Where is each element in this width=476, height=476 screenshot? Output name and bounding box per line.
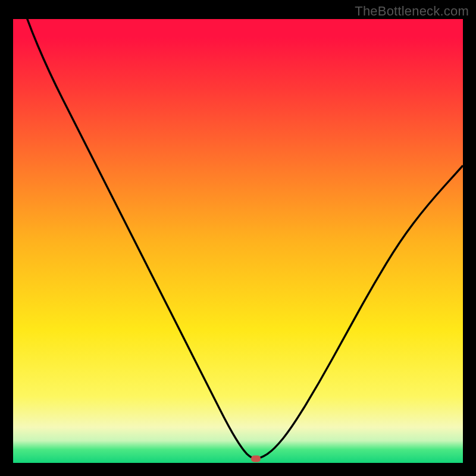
curve-path	[13, 19, 463, 459]
chart-frame: TheBottleneck.com	[0, 0, 476, 476]
optimal-point-marker	[251, 455, 261, 462]
plot-area	[13, 19, 463, 463]
watermark-text: TheBottleneck.com	[355, 4, 469, 19]
bottleneck-curve	[13, 19, 463, 463]
